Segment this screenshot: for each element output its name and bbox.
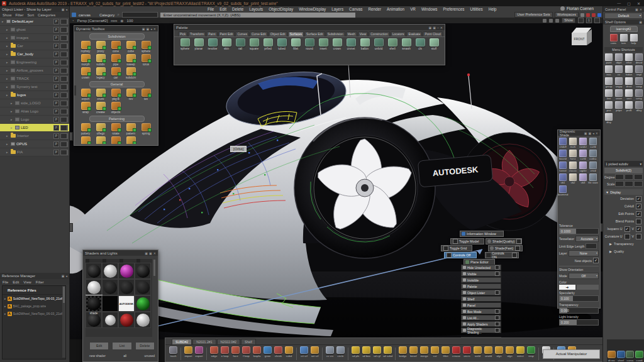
front-wheel[interactable] bbox=[294, 118, 435, 258]
cp-tool-help[interactable]: help bbox=[629, 33, 639, 45]
surface-tool-sphere[interactable]: sphere bbox=[178, 38, 192, 51]
reference-files-header[interactable]: Reference Files bbox=[3, 286, 65, 295]
shade-quality-button[interactable]: Shade(Quality) bbox=[486, 238, 522, 244]
page-next-icon[interactable] bbox=[594, 18, 600, 23]
diag-shade-mode-file-state[interactable]: file state bbox=[588, 173, 598, 185]
marking-menu-item[interactable]: Diagnostic Shading... bbox=[461, 327, 501, 333]
menu-item-edit[interactable]: Edit bbox=[219, 7, 226, 11]
shelf-tool-bevel[interactable]: bevel bbox=[408, 346, 419, 358]
toolbox-tool-wrap[interactable]: wrap bbox=[78, 101, 93, 114]
expander-icon[interactable]: ▸ bbox=[2, 19, 5, 23]
menu-shortcut-drvst[interactable]: drvst bbox=[624, 77, 634, 89]
toolbox-tool-pottery[interactable]: pottery bbox=[78, 123, 93, 136]
corner-tool-curva[interactable]: curva bbox=[626, 351, 635, 362]
marking-menu-item[interactable]: Invisible bbox=[461, 277, 501, 283]
toolbox-tool-crown[interactable]: crown bbox=[78, 67, 93, 80]
menu-item-help[interactable]: Help bbox=[489, 7, 497, 11]
rm-menu-view[interactable]: View bbox=[23, 280, 31, 284]
expander-icon[interactable]: ▸ bbox=[6, 36, 9, 40]
pickable-toggle[interactable]: P bbox=[53, 43, 59, 49]
eye-icon[interactable]: ◉ bbox=[120, 18, 123, 23]
surface-tool-crvnet[interactable]: crvnet bbox=[344, 38, 358, 51]
menu-shortcut-inher[interactable]: inher bbox=[624, 53, 634, 65]
marking-menu-item[interactable]: Shelf bbox=[461, 296, 501, 302]
dock-icon[interactable]: ▣ bbox=[142, 27, 145, 31]
toggle-grid-checkbox[interactable] bbox=[443, 246, 448, 251]
menu-shortcut-ungrp[interactable]: ungrp bbox=[614, 77, 624, 89]
palette-tab-point-cloud[interactable]: Point Cloud bbox=[423, 31, 442, 36]
menu-shortcut-objet[interactable]: objet bbox=[614, 53, 624, 65]
toolbox-tool-pipe[interactable]: pipe bbox=[108, 53, 123, 67]
tree-item[interactable]: ▸DefaultLayerP bbox=[0, 18, 69, 26]
menu-item-delete[interactable]: Delete bbox=[232, 7, 243, 11]
collapse-icon[interactable]: ◂ bbox=[65, 274, 67, 278]
menu-item-layers[interactable]: Layers bbox=[331, 7, 343, 11]
toolbox-tool-index[interactable]: index bbox=[93, 136, 108, 144]
tree-item[interactable]: ▸imagesP bbox=[0, 34, 69, 42]
layer-dropdown[interactable]: None bbox=[569, 250, 599, 256]
toolbox-tool-crease[interactable]: crease bbox=[93, 101, 108, 114]
minimize-button[interactable]: — bbox=[617, 1, 621, 6]
layer-state-toggle[interactable] bbox=[60, 52, 68, 57]
dock-icon[interactable]: ▣ bbox=[584, 131, 587, 135]
shelf-tool-edge[interactable]: edge bbox=[209, 346, 219, 358]
information-window-button[interactable]: Information Window bbox=[460, 231, 504, 237]
tree-item[interactable]: ▸CarP bbox=[0, 42, 69, 50]
shelf-tool-extrct[interactable]: extrct bbox=[515, 346, 526, 358]
shade-fast-checkbox[interactable] bbox=[515, 246, 520, 251]
marking-menu-item[interactable]: Box Mode bbox=[461, 309, 501, 314]
camera-label[interactable]: Persp [Camera#2] bbox=[77, 19, 108, 23]
toolbox-tool-sprng[interactable]: sprng bbox=[78, 136, 93, 144]
tree-item[interactable]: ▸Symetry testP bbox=[0, 83, 69, 91]
tree-item[interactable]: ▸InteriorP bbox=[0, 132, 69, 140]
minimize-icon[interactable]: – bbox=[437, 26, 439, 30]
user-account[interactable]: Florian Coenen bbox=[560, 6, 594, 11]
shelf-tool-grow[interactable]: grow bbox=[262, 346, 273, 358]
collapse-icon[interactable]: ◂ bbox=[592, 131, 594, 135]
controls-on-button[interactable]: Controls ON bbox=[485, 252, 519, 258]
shelf-tool-face[interactable]: face bbox=[230, 346, 241, 358]
pickable-toggle[interactable]: P bbox=[53, 60, 59, 65]
diag-shade-mode-bound[interactable]: bound bbox=[558, 149, 568, 161]
shelf-tool-shrink[interactable]: shrink bbox=[273, 346, 284, 358]
chevron-down-icon[interactable]: ▾ bbox=[640, 162, 641, 166]
ol-tab-show[interactable]: Show bbox=[3, 13, 12, 17]
palette-tab-subdivision[interactable]: Subdivision bbox=[326, 31, 345, 36]
scrollbar[interactable] bbox=[62, 286, 65, 358]
corner-tool-cvedi[interactable]: cvedi bbox=[635, 351, 644, 362]
tolerance-slider[interactable]: 0.1000 bbox=[559, 228, 599, 234]
toolbox-tool-cone[interactable]: cone bbox=[108, 40, 123, 53]
layer-state-toggle[interactable] bbox=[60, 84, 68, 90]
controls-on-checkbox[interactable] bbox=[512, 253, 517, 258]
shader-swatch-red[interactable] bbox=[118, 312, 135, 328]
pickable-toggle[interactable]: P bbox=[53, 125, 59, 131]
shelf-tool-loopfa[interactable]: loopfa bbox=[252, 346, 262, 358]
shelf-tool-subd[interactable]: subd bbox=[284, 346, 294, 358]
shelf-tool-circle[interactable]: circle bbox=[335, 346, 346, 358]
shelf-tab-n2022-0-2[interactable]: N2022.0#2 bbox=[217, 339, 240, 344]
shelf-tool-crease[interactable]: crease bbox=[451, 346, 462, 358]
menu-shortcut-group[interactable]: group bbox=[604, 77, 614, 89]
toggle-model-checkbox[interactable] bbox=[453, 239, 458, 244]
expander-icon[interactable]: ▸ bbox=[11, 101, 14, 105]
scrollbar[interactable] bbox=[153, 259, 156, 337]
expander-icon[interactable]: ▸ bbox=[6, 28, 9, 31]
palette-tab-mesh[interactable]: Mesh bbox=[346, 31, 357, 36]
menu-shortcut-dtlsy[interactable]: dtlsy bbox=[634, 101, 644, 112]
toggle-grid-button[interactable]: Toggle Grid bbox=[441, 245, 472, 251]
pin-icon[interactable]: ▣ bbox=[433, 26, 436, 30]
degree-field[interactable] bbox=[634, 174, 643, 180]
dock-icon[interactable]: ▣ bbox=[639, 20, 642, 24]
toolbox-tool-subdcm[interactable]: subdcm bbox=[123, 67, 138, 80]
reference-file-row[interactable]: ▸ABAC_pakage_prop.wire bbox=[3, 302, 65, 310]
tree-item[interactable]: ▸FIAP bbox=[0, 148, 69, 156]
toolbox-tool-rev[interactable]: rev bbox=[123, 88, 138, 101]
shader-swatch-whitesm[interactable] bbox=[102, 312, 118, 328]
marking-menu-item[interactable]: Panel bbox=[461, 302, 501, 308]
light-intensity-slider[interactable]: 0.200 bbox=[559, 319, 599, 326]
shelf-tool-export[interactable]: export bbox=[194, 346, 204, 358]
controls-off-checkbox[interactable] bbox=[447, 253, 452, 258]
pickable-toggle[interactable]: P bbox=[53, 52, 59, 57]
diag-shade-mode-vb2[interactable]: vb2 bbox=[568, 173, 578, 185]
marking-menu-checkbox[interactable] bbox=[495, 272, 499, 276]
